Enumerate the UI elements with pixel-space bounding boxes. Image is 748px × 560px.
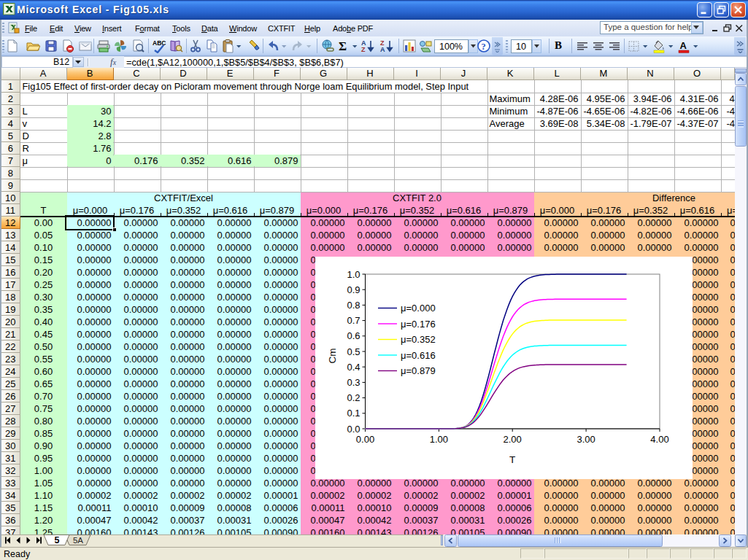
svg-text:μ=0.000: μ=0.000 [401, 303, 436, 314]
svg-text:0.9: 0.9 [347, 284, 360, 295]
svg-text:μ=0.879: μ=0.879 [401, 365, 436, 376]
svg-text:0.4: 0.4 [347, 362, 360, 373]
svg-text:1.0: 1.0 [347, 269, 360, 280]
svg-text:A: A [380, 46, 385, 53]
svg-text:T: T [509, 454, 515, 465]
svg-text:Σ: Σ [339, 39, 347, 53]
svg-text:Z: Z [361, 46, 366, 53]
svg-text:0.00: 0.00 [356, 434, 374, 445]
svg-text:0.1: 0.1 [347, 408, 360, 419]
svg-text:0.7: 0.7 [347, 315, 360, 326]
svg-text:?: ? [481, 42, 485, 52]
svg-text:μ=0.176: μ=0.176 [401, 319, 436, 330]
svg-text:0.5: 0.5 [347, 346, 360, 357]
svg-text:0.3: 0.3 [347, 377, 360, 388]
svg-text:1.00: 1.00 [430, 434, 448, 445]
svg-text:0.6: 0.6 [347, 330, 360, 341]
svg-text:0.8: 0.8 [347, 300, 360, 311]
svg-text:A: A [680, 40, 687, 51]
svg-text:5A: 5A [73, 536, 83, 545]
svg-text:μ=0.352: μ=0.352 [401, 334, 436, 345]
svg-text:3.00: 3.00 [577, 434, 595, 445]
svg-text:4.00: 4.00 [650, 434, 668, 445]
svg-text:5: 5 [55, 535, 60, 545]
svg-text:μ=0.616: μ=0.616 [401, 350, 436, 361]
svg-text:Cm: Cm [327, 349, 338, 364]
svg-text:0.2: 0.2 [347, 392, 360, 403]
svg-text:2.00: 2.00 [504, 434, 522, 445]
svg-text:ABC: ABC [153, 39, 166, 47]
svg-text:0.0: 0.0 [347, 424, 360, 435]
